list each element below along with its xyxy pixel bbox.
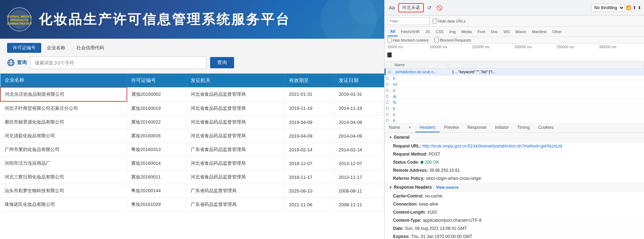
network-row[interactable]: □aj [385, 93, 644, 99]
expires-key: Expires: [393, 234, 410, 239]
header: NATIONAL MEDICAL PRODUCTS ADMINISTRATION… [0, 0, 384, 39]
network-row[interactable]: □p. [385, 87, 644, 93]
col-value-header [448, 61, 644, 68]
tab-credit-code[interactable]: 社会信用代码 [71, 43, 110, 53]
cell-expiry: 2021-11-06 [284, 198, 334, 212]
general-arrow: ▼ [389, 136, 392, 139]
blocked-options: Has blocked cookies Blocked Requests [385, 37, 644, 44]
search-button[interactable]: 查询 [210, 57, 234, 68]
cell-company-name: 廊坊市丽景源化妆品有限公司 [0, 115, 127, 129]
selected-network-row[interactable]: □ portalAction.do scxk n... 1 ..."keywor… [385, 69, 644, 75]
type-tab-font[interactable]: Font [475, 27, 488, 36]
filter-input[interactable] [387, 17, 430, 25]
cell-expiry: 2025-08-10 [284, 184, 334, 198]
cache-control-row: Cache-Control: no-cache [385, 192, 644, 200]
search-input[interactable] [30, 56, 207, 69]
connection-row: Connection: keep-alive [385, 200, 644, 208]
table-row[interactable]: 广州市莱韵化妆品有限公司粤妆20160313广东省食品药品监督管理局2019-0… [0, 143, 384, 157]
view-source-link[interactable]: View source [436, 185, 459, 189]
hide-data-urls-checkbox[interactable] [433, 19, 437, 23]
remote-address-key: Remote Address: [393, 168, 428, 173]
cache-control-val: no-cache [425, 194, 442, 199]
cell-authority: 河北省食品药品监督管理局 [186, 170, 284, 184]
connection-key: Connection: [393, 202, 418, 207]
search-icon-button[interactable]: 查询 [7, 59, 27, 67]
detail-tab-response[interactable]: Response [463, 123, 491, 132]
table-row[interactable]: 廊坊市丽景源化妆品有限公司冀妆20160022河北省食品药品监督管理局2019-… [0, 115, 384, 129]
type-tab-all[interactable]: All [387, 27, 398, 36]
network-row[interactable]: □fa [385, 99, 644, 105]
col-cb [385, 61, 392, 68]
remote-address-row: Remote Address: 39.96.250.10:81 [385, 166, 644, 175]
table-header-row: 企业名称 许可证编号 发证机关 有效期至 发证日期 [0, 74, 384, 87]
detail-tab-name[interactable]: Name [385, 123, 404, 132]
table-row[interactable]: 河间市洁力洗浴用品厂冀妆20160014河北省食品药品监督管理局2018-12-… [0, 157, 384, 170]
content-type-key: Content-Type: [393, 218, 421, 223]
main-panel: NATIONAL MEDICAL PRODUCTS ADMINISTRATION… [0, 0, 384, 239]
response-headers-section-header[interactable]: ▼ Response Headers View source [385, 183, 644, 192]
table-row[interactable]: 珠海诺氏化妆品有限公司粤妆20161029广东省药品监督管理局2021-11-0… [0, 198, 384, 212]
sel-name: portalAction.do scxk n... [395, 70, 452, 74]
cell-issue-date: 2013-12-07 [334, 157, 384, 170]
general-section-header[interactable]: ▼ General [385, 133, 644, 142]
throttle-select[interactable]: No throttling [591, 4, 625, 12]
type-tab-js[interactable]: JS [423, 27, 433, 36]
blocked-cookies-label[interactable]: Has blocked cookies [387, 38, 429, 42]
blocked-requests-label[interactable]: Blocked Requests [434, 38, 471, 42]
network-row[interactable]: □b. [385, 75, 644, 81]
svg-text:NATIONAL MEDICAL: NATIONAL MEDICAL [7, 15, 32, 18]
network-list-header: Name [385, 61, 644, 69]
row-name: fa [392, 100, 434, 104]
type-tab-other[interactable]: Other [549, 27, 565, 36]
row-cb: □ [385, 112, 392, 116]
detail-tab-headers[interactable]: Headers [415, 123, 440, 132]
header-logo: NATIONAL MEDICAL PRODUCTS ADMINISTRATION [7, 7, 32, 32]
devtools-refresh-button[interactable]: ↺ [426, 4, 433, 12]
cell-company-name: 广州市莱韵化妆品有限公司 [0, 143, 127, 157]
type-tab-ws[interactable]: WS [501, 27, 513, 36]
network-rows-container: □b.□se□p.□aj□fa□p.□p.□p. [385, 75, 644, 123]
tab-license-no[interactable]: 许可证编号 [7, 43, 41, 53]
network-row[interactable]: □p. [385, 111, 644, 117]
devtools-filter: Hide data URLs [385, 15, 644, 27]
cell-authority: 河北省食品药品监督管理局 [186, 129, 284, 143]
row-cb: □ [385, 118, 392, 122]
devtools-block-button[interactable]: 🚫 [435, 4, 444, 12]
detail-tab-preview[interactable]: Preview [440, 123, 463, 132]
type-tab-fetch[interactable]: Fetch/XHR [398, 27, 423, 36]
detail-tab-timing[interactable]: Timing [513, 123, 534, 132]
blocked-requests-checkbox[interactable] [434, 38, 439, 42]
header-title: 化妆品生产许可信息管理系统服务平台 [39, 11, 290, 29]
cell-company-name: 汕头市彩梦生物科技有限公司 [0, 184, 127, 198]
request-url-val[interactable]: http://scxk.nmpa.gov.cn:81/xk/itownet/po… [422, 144, 562, 149]
blocked-cookies-checkbox[interactable] [387, 38, 392, 42]
network-row[interactable]: □p. [385, 117, 644, 123]
detail-tab-cookies[interactable]: Cookies [534, 123, 558, 132]
cell-license-no: 粤妆20161029 [127, 198, 186, 212]
cell-issue-date: 2014-04-09 [334, 115, 384, 129]
type-tab-media[interactable]: Media [459, 27, 475, 36]
tab-company-name[interactable]: 企业名称 [41, 43, 71, 53]
content-length-val: 4163 [427, 210, 437, 215]
table-row[interactable]: 河北乐活化妆品制造有限公司冀妆20160002河北省食品药品监督管理局2021-… [0, 87, 384, 101]
col-company-name: 企业名称 [0, 74, 127, 87]
table-row[interactable]: 河北清茹化妆品有限公司冀妆20160016河北省食品药品监督管理局2019-04… [0, 129, 384, 143]
table-row[interactable]: 河北三辉日用化妆品有限公司冀妆20160011河北省食品药品监督管理局2018-… [0, 170, 384, 184]
download-icon: ⬇ [638, 5, 641, 10]
table-row[interactable]: 汕头市彩梦生物科技有限公司粤妆20200144广东省药品监督管理局2025-08… [0, 184, 384, 198]
type-tab-img[interactable]: Img [446, 27, 458, 36]
devtools-aa-button[interactable]: Aa [387, 4, 396, 12]
devtools-type-tabs: All Fetch/XHR JS CSS Img Media Font Doc … [385, 27, 644, 37]
detail-tab-initiator[interactable]: Initiator [491, 123, 513, 132]
network-row[interactable]: □se [385, 81, 644, 87]
devtools-topbar: Aa 河北乐诺 ↺ 🚫 No throttling 📶 ⬆ ⬇ [385, 0, 644, 15]
type-tab-css[interactable]: CSS [433, 27, 447, 36]
status-green-dot [421, 161, 423, 164]
network-row[interactable]: □p. [385, 105, 644, 111]
type-tab-wasm[interactable]: Wasm [513, 27, 529, 36]
hide-data-urls-label[interactable]: Hide data URLs [433, 19, 466, 23]
detail-tab-close[interactable]: × [404, 123, 415, 132]
type-tab-manifest[interactable]: Manifest [529, 27, 550, 36]
table-row[interactable]: 河北子叶商贸有限公司石家庄分公司冀妆20160019河北省食品药品监督管理局20… [0, 101, 384, 115]
type-tab-doc[interactable]: Doc [488, 27, 501, 36]
